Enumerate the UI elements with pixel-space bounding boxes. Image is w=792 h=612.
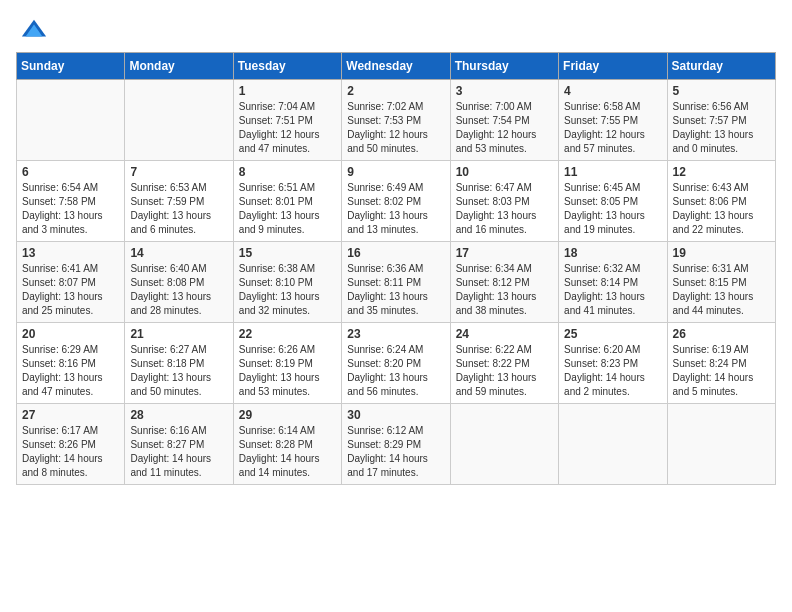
calendar-table: SundayMondayTuesdayWednesdayThursdayFrid… xyxy=(16,52,776,485)
calendar-cell: 26Sunrise: 6:19 AM Sunset: 8:24 PM Dayli… xyxy=(667,323,775,404)
day-info: Sunrise: 6:54 AM Sunset: 7:58 PM Dayligh… xyxy=(22,181,119,237)
calendar-cell: 9Sunrise: 6:49 AM Sunset: 8:02 PM Daylig… xyxy=(342,161,450,242)
day-info: Sunrise: 6:26 AM Sunset: 8:19 PM Dayligh… xyxy=(239,343,336,399)
day-info: Sunrise: 6:34 AM Sunset: 8:12 PM Dayligh… xyxy=(456,262,553,318)
day-info: Sunrise: 6:51 AM Sunset: 8:01 PM Dayligh… xyxy=(239,181,336,237)
day-number: 3 xyxy=(456,84,553,98)
calendar-cell xyxy=(125,80,233,161)
weekday-header-cell: Sunday xyxy=(17,53,125,80)
day-number: 24 xyxy=(456,327,553,341)
weekday-header-cell: Friday xyxy=(559,53,667,80)
day-number: 22 xyxy=(239,327,336,341)
day-info: Sunrise: 6:41 AM Sunset: 8:07 PM Dayligh… xyxy=(22,262,119,318)
calendar-cell: 7Sunrise: 6:53 AM Sunset: 7:59 PM Daylig… xyxy=(125,161,233,242)
calendar-cell xyxy=(450,404,558,485)
calendar-cell: 13Sunrise: 6:41 AM Sunset: 8:07 PM Dayli… xyxy=(17,242,125,323)
day-info: Sunrise: 6:14 AM Sunset: 8:28 PM Dayligh… xyxy=(239,424,336,480)
day-number: 9 xyxy=(347,165,444,179)
day-info: Sunrise: 6:22 AM Sunset: 8:22 PM Dayligh… xyxy=(456,343,553,399)
day-info: Sunrise: 6:24 AM Sunset: 8:20 PM Dayligh… xyxy=(347,343,444,399)
calendar-week-row: 27Sunrise: 6:17 AM Sunset: 8:26 PM Dayli… xyxy=(17,404,776,485)
day-info: Sunrise: 6:56 AM Sunset: 7:57 PM Dayligh… xyxy=(673,100,770,156)
day-number: 28 xyxy=(130,408,227,422)
day-number: 29 xyxy=(239,408,336,422)
weekday-header-cell: Tuesday xyxy=(233,53,341,80)
logo xyxy=(16,16,48,40)
day-info: Sunrise: 6:12 AM Sunset: 8:29 PM Dayligh… xyxy=(347,424,444,480)
day-number: 21 xyxy=(130,327,227,341)
calendar-cell: 25Sunrise: 6:20 AM Sunset: 8:23 PM Dayli… xyxy=(559,323,667,404)
day-number: 1 xyxy=(239,84,336,98)
day-info: Sunrise: 6:43 AM Sunset: 8:06 PM Dayligh… xyxy=(673,181,770,237)
calendar-cell: 27Sunrise: 6:17 AM Sunset: 8:26 PM Dayli… xyxy=(17,404,125,485)
calendar-cell: 11Sunrise: 6:45 AM Sunset: 8:05 PM Dayli… xyxy=(559,161,667,242)
calendar-cell: 5Sunrise: 6:56 AM Sunset: 7:57 PM Daylig… xyxy=(667,80,775,161)
day-info: Sunrise: 6:20 AM Sunset: 8:23 PM Dayligh… xyxy=(564,343,661,399)
day-number: 16 xyxy=(347,246,444,260)
day-number: 25 xyxy=(564,327,661,341)
calendar-cell: 10Sunrise: 6:47 AM Sunset: 8:03 PM Dayli… xyxy=(450,161,558,242)
day-info: Sunrise: 6:27 AM Sunset: 8:18 PM Dayligh… xyxy=(130,343,227,399)
day-info: Sunrise: 7:00 AM Sunset: 7:54 PM Dayligh… xyxy=(456,100,553,156)
day-number: 17 xyxy=(456,246,553,260)
calendar-cell: 28Sunrise: 6:16 AM Sunset: 8:27 PM Dayli… xyxy=(125,404,233,485)
day-number: 27 xyxy=(22,408,119,422)
calendar-cell: 1Sunrise: 7:04 AM Sunset: 7:51 PM Daylig… xyxy=(233,80,341,161)
day-info: Sunrise: 7:02 AM Sunset: 7:53 PM Dayligh… xyxy=(347,100,444,156)
day-info: Sunrise: 6:19 AM Sunset: 8:24 PM Dayligh… xyxy=(673,343,770,399)
calendar-week-row: 1Sunrise: 7:04 AM Sunset: 7:51 PM Daylig… xyxy=(17,80,776,161)
day-number: 26 xyxy=(673,327,770,341)
calendar-cell: 6Sunrise: 6:54 AM Sunset: 7:58 PM Daylig… xyxy=(17,161,125,242)
calendar-cell: 18Sunrise: 6:32 AM Sunset: 8:14 PM Dayli… xyxy=(559,242,667,323)
weekday-header-row: SundayMondayTuesdayWednesdayThursdayFrid… xyxy=(17,53,776,80)
calendar-cell xyxy=(559,404,667,485)
day-info: Sunrise: 6:40 AM Sunset: 8:08 PM Dayligh… xyxy=(130,262,227,318)
weekday-header-cell: Wednesday xyxy=(342,53,450,80)
calendar-cell: 14Sunrise: 6:40 AM Sunset: 8:08 PM Dayli… xyxy=(125,242,233,323)
day-info: Sunrise: 6:49 AM Sunset: 8:02 PM Dayligh… xyxy=(347,181,444,237)
calendar-week-row: 6Sunrise: 6:54 AM Sunset: 7:58 PM Daylig… xyxy=(17,161,776,242)
day-number: 20 xyxy=(22,327,119,341)
day-info: Sunrise: 6:47 AM Sunset: 8:03 PM Dayligh… xyxy=(456,181,553,237)
day-number: 10 xyxy=(456,165,553,179)
day-number: 19 xyxy=(673,246,770,260)
calendar-cell: 3Sunrise: 7:00 AM Sunset: 7:54 PM Daylig… xyxy=(450,80,558,161)
day-number: 23 xyxy=(347,327,444,341)
logo-icon xyxy=(20,16,48,44)
day-number: 8 xyxy=(239,165,336,179)
calendar-cell: 30Sunrise: 6:12 AM Sunset: 8:29 PM Dayli… xyxy=(342,404,450,485)
day-info: Sunrise: 6:17 AM Sunset: 8:26 PM Dayligh… xyxy=(22,424,119,480)
calendar-cell: 16Sunrise: 6:36 AM Sunset: 8:11 PM Dayli… xyxy=(342,242,450,323)
page-header xyxy=(16,16,776,40)
day-info: Sunrise: 6:31 AM Sunset: 8:15 PM Dayligh… xyxy=(673,262,770,318)
day-info: Sunrise: 6:45 AM Sunset: 8:05 PM Dayligh… xyxy=(564,181,661,237)
calendar-week-row: 13Sunrise: 6:41 AM Sunset: 8:07 PM Dayli… xyxy=(17,242,776,323)
day-number: 5 xyxy=(673,84,770,98)
calendar-cell: 19Sunrise: 6:31 AM Sunset: 8:15 PM Dayli… xyxy=(667,242,775,323)
calendar-cell: 2Sunrise: 7:02 AM Sunset: 7:53 PM Daylig… xyxy=(342,80,450,161)
day-info: Sunrise: 6:16 AM Sunset: 8:27 PM Dayligh… xyxy=(130,424,227,480)
calendar-cell: 29Sunrise: 6:14 AM Sunset: 8:28 PM Dayli… xyxy=(233,404,341,485)
day-number: 18 xyxy=(564,246,661,260)
calendar-cell: 8Sunrise: 6:51 AM Sunset: 8:01 PM Daylig… xyxy=(233,161,341,242)
day-number: 30 xyxy=(347,408,444,422)
calendar-cell: 17Sunrise: 6:34 AM Sunset: 8:12 PM Dayli… xyxy=(450,242,558,323)
day-number: 13 xyxy=(22,246,119,260)
calendar-cell: 12Sunrise: 6:43 AM Sunset: 8:06 PM Dayli… xyxy=(667,161,775,242)
day-number: 11 xyxy=(564,165,661,179)
day-number: 15 xyxy=(239,246,336,260)
calendar-body: 1Sunrise: 7:04 AM Sunset: 7:51 PM Daylig… xyxy=(17,80,776,485)
calendar-cell: 20Sunrise: 6:29 AM Sunset: 8:16 PM Dayli… xyxy=(17,323,125,404)
weekday-header-cell: Thursday xyxy=(450,53,558,80)
day-info: Sunrise: 6:38 AM Sunset: 8:10 PM Dayligh… xyxy=(239,262,336,318)
calendar-cell xyxy=(17,80,125,161)
day-info: Sunrise: 6:32 AM Sunset: 8:14 PM Dayligh… xyxy=(564,262,661,318)
day-number: 7 xyxy=(130,165,227,179)
calendar-cell: 4Sunrise: 6:58 AM Sunset: 7:55 PM Daylig… xyxy=(559,80,667,161)
weekday-header-cell: Saturday xyxy=(667,53,775,80)
day-number: 2 xyxy=(347,84,444,98)
calendar-cell: 22Sunrise: 6:26 AM Sunset: 8:19 PM Dayli… xyxy=(233,323,341,404)
day-number: 6 xyxy=(22,165,119,179)
calendar-cell: 21Sunrise: 6:27 AM Sunset: 8:18 PM Dayli… xyxy=(125,323,233,404)
day-info: Sunrise: 6:36 AM Sunset: 8:11 PM Dayligh… xyxy=(347,262,444,318)
